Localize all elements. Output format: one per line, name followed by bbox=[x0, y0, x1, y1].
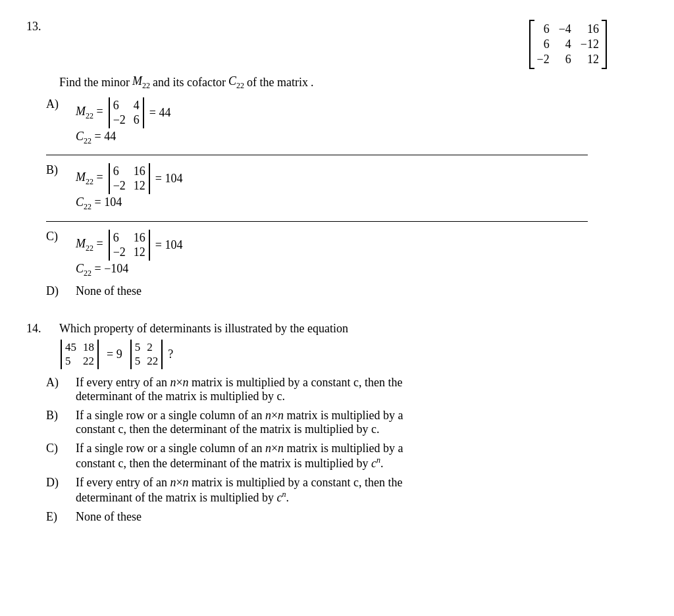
q14-stem-text: Which property of determinants is illust… bbox=[59, 322, 348, 336]
q14-options: A) If every entry of an n×n matrix is mu… bbox=[46, 376, 648, 524]
q13-number: 13. bbox=[26, 20, 41, 34]
opt-c-label: C) bbox=[46, 230, 76, 244]
q14-opt-d-content: If every entry of an n×n matrix is multi… bbox=[76, 476, 648, 505]
q14-option-c: C) If a single row or a single column of… bbox=[46, 442, 648, 471]
opt-d-label: D) bbox=[46, 284, 76, 298]
q14-opt-c-label: C) bbox=[46, 442, 76, 455]
divider-ab bbox=[46, 155, 588, 155]
opt-c-C: C22 = −104 bbox=[76, 262, 648, 278]
q14-opt-d-label: D) bbox=[46, 476, 76, 490]
q14-equation: 4518 522 = 9 52 522 ? bbox=[59, 340, 348, 369]
opt-c-content: M22 = 616 −212 = 104 C22 = −104 bbox=[76, 230, 648, 280]
opt-a-label: A) bbox=[46, 97, 76, 111]
q14-option-e: E) None of these bbox=[46, 510, 648, 524]
q13-option-d: D) None of these bbox=[46, 284, 648, 298]
opt-b-C: C22 = 104 bbox=[76, 195, 648, 212]
m-r1c3: 16 bbox=[581, 22, 599, 36]
q13-options: A) M22 = 64 −26 = 44 C22 = 44 bbox=[46, 97, 648, 299]
opt-a-M: M22 = 64 −26 = 44 bbox=[76, 97, 648, 128]
q14-header: 14. Which property of determinants is il… bbox=[26, 322, 648, 371]
opt-b-content: M22 = 616 −212 = 104 C22 = 104 bbox=[76, 163, 648, 213]
q13-option-a: A) M22 = 64 −26 = 44 C22 = 44 bbox=[46, 97, 648, 147]
m-r3c2: 6 bbox=[559, 53, 571, 66]
q14-option-a: A) If every entry of an n×n matrix is mu… bbox=[46, 376, 648, 403]
q13-option-b: B) M22 = 616 −212 = 104 C22 = 104 bbox=[46, 163, 648, 213]
stem-and: and its cofactor bbox=[153, 76, 226, 90]
q14-stem: Which property of determinants is illust… bbox=[59, 322, 348, 371]
q13-option-c: C) M22 = 616 −212 = 104 C22 = −104 bbox=[46, 230, 648, 280]
q13-stem: Find the minor M22 and its cofactor C22 … bbox=[59, 74, 648, 91]
opt-d-text: None of these bbox=[76, 284, 648, 298]
q14-number: 14. bbox=[26, 322, 59, 336]
m-r2c2: 4 bbox=[559, 38, 571, 51]
q14-opt-e-label: E) bbox=[46, 510, 76, 524]
m-r2c1: 6 bbox=[537, 38, 550, 51]
q14-opt-b-label: B) bbox=[46, 409, 76, 423]
q13-main-matrix: 6 −4 16 6 4 −12 −2 6 12 bbox=[528, 20, 608, 69]
divider-bc bbox=[46, 221, 588, 222]
opt-b-M: M22 = 616 −212 = 104 bbox=[76, 163, 648, 194]
stem-of: of the matrix bbox=[247, 76, 308, 90]
m-r1c2: −4 bbox=[559, 22, 571, 36]
q14-opt-a-label: A) bbox=[46, 376, 76, 390]
q14-opt-c-content: If a single row or a single column of an… bbox=[76, 442, 648, 471]
m-r1c1: 6 bbox=[537, 22, 550, 36]
stem-find: Find the minor bbox=[59, 76, 130, 90]
opt-c-M: M22 = 616 −212 = 104 bbox=[76, 230, 648, 261]
opt-a-content: M22 = 64 −26 = 44 C22 = 44 bbox=[76, 97, 648, 147]
opt-a-C: C22 = 44 bbox=[76, 130, 648, 146]
stem-C22: C22 bbox=[228, 74, 244, 91]
question-13: 13. 6 −4 16 6 4 −12 −2 6 12 Find the bbox=[26, 20, 648, 298]
m-r2c3: −12 bbox=[581, 38, 599, 51]
q14-option-b: B) If a single row or a single column of… bbox=[46, 409, 648, 436]
m-r3c3: 12 bbox=[581, 53, 599, 66]
q14-option-d: D) If every entry of an n×n matrix is mu… bbox=[46, 476, 648, 505]
question-14: 14. Which property of determinants is il… bbox=[26, 322, 648, 524]
opt-b-label: B) bbox=[46, 163, 76, 177]
q14-opt-a-content: If every entry of an n×n matrix is multi… bbox=[76, 376, 648, 403]
m-r3c1: −2 bbox=[537, 53, 550, 66]
q14-opt-b-content: If a single row or a single column of an… bbox=[76, 409, 648, 436]
q14-opt-e-text: None of these bbox=[76, 510, 648, 524]
stem-period: . bbox=[311, 76, 314, 90]
stem-M22: M22 bbox=[132, 74, 150, 91]
